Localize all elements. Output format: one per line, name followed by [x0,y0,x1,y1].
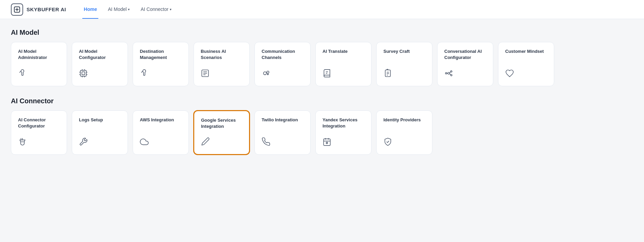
plug-icon [18,137,60,148]
svg-point-18 [267,71,269,74]
nav-home[interactable]: Home [82,0,98,19]
nav-ai-connector[interactable]: AI Connector ▾ [139,0,173,19]
card-ai-model-config[interactable]: AI Model Configurator [72,42,128,86]
card-aws-integration[interactable]: AWS Integration [133,110,189,155]
svg-rect-22 [385,70,390,77]
nav-ai-model[interactable]: AI Model ▾ [106,0,131,19]
card-survey-craft[interactable]: Survey Craft [376,42,432,86]
ai-model-cards-grid: AI Model Administrator AI Model Configur… [11,42,633,86]
svg-point-26 [448,72,449,74]
svg-point-17 [263,72,266,75]
card-yandex[interactable]: Yandex Services Integration [315,110,371,155]
ai-model-chevron: ▾ [128,7,130,11]
wrench-icon [79,137,121,148]
card-ai-translate[interactable]: AI Translate [315,42,371,86]
ai-model-section: AI Model AI Model Administrator AI Model… [11,29,633,86]
card-identity-providers[interactable]: Identity Providers [376,110,432,155]
top-bar: SKYBUFFER AI Home AI Model ▾ AI Connecto… [0,0,644,19]
main-content: AI Model AI Model Administrator AI Model… [0,19,644,175]
cloud-icon [140,137,182,148]
svg-rect-2 [80,70,86,76]
heart-icon [505,69,547,80]
shield-check-icon [383,137,425,148]
card-twilio[interactable]: Twilio Integration [254,110,311,155]
card-destination-mgmt[interactable]: Destination Management [133,42,189,86]
hook-icon [18,69,60,80]
svg-line-31 [450,72,451,73]
card-conv-ai-config[interactable]: Conversational AI Configurator [437,42,493,86]
card-ai-connector-config[interactable]: AI Connector Configurator [11,110,67,155]
list-icon [201,69,243,80]
hook2-icon [140,69,182,80]
phone-icon [262,137,303,148]
cpu-icon [79,69,121,80]
ai-connector-cards-grid: AI Connector Configurator Logs Setup AWS… [11,110,633,155]
book-icon [323,69,364,80]
ai-model-section-title: AI Model [11,29,633,36]
svg-line-12 [141,71,143,73]
main-nav: Home AI Model ▾ AI Connector ▾ [82,0,173,19]
logo-area: SKYBUFFER AI [11,3,66,16]
card-customer-mindset[interactable]: Customer Mindset [498,42,554,86]
ai-connector-section-title: AI Connector [11,97,633,105]
svg-point-27 [445,73,447,74]
svg-point-19 [267,74,268,75]
card-business-ai[interactable]: Business AI Scenarios [194,42,250,86]
svg-rect-3 [82,72,85,75]
logo-name: SKYBUFFER AI [27,6,66,12]
clipboard-icon [383,69,425,80]
ai-connector-chevron: ▾ [170,7,171,11]
calendar-cog-icon [323,137,364,148]
ai-connector-section: AI Connector AI Connector Configurator L… [11,97,633,155]
card-logs-setup[interactable]: Logs Setup [72,110,128,155]
card-comm-channels[interactable]: Communication Channels [254,42,311,86]
card-ai-model-admin[interactable]: AI Model Administrator [11,42,67,86]
pencil-icon [201,137,242,148]
card-google-services[interactable]: Google Services Integration [194,110,250,155]
nodes-icon [444,69,486,80]
svg-line-1 [19,71,21,73]
bubbles-icon [262,69,303,80]
logo-icon [11,3,23,16]
svg-line-32 [450,74,451,75]
